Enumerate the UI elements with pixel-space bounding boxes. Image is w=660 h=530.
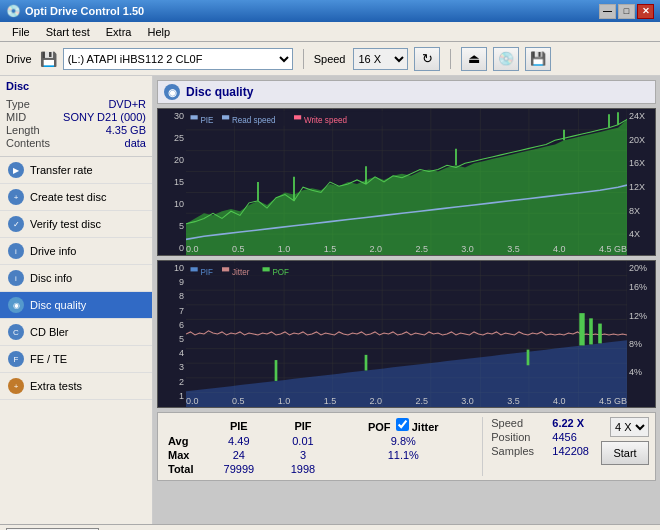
eject-button[interactable]: ⏏ [461, 47, 487, 71]
top-chart: 302520151050 24X20X16X12X8X4X [157, 108, 656, 256]
row-max-jitter: 11.1% [332, 448, 474, 462]
drive-label: Drive [6, 53, 32, 65]
extra-tests-icon: + [8, 378, 24, 394]
sidebar-item-label-verify: Verify test disc [30, 218, 101, 230]
svg-marker-15 [186, 119, 627, 255]
drive-select[interactable]: (L:) ATAPI iHBS112 2 CL0F [63, 48, 293, 70]
start-button[interactable]: Start [601, 441, 649, 465]
svg-rect-28 [294, 115, 301, 119]
disc-length-value: 4.35 GB [106, 124, 146, 136]
top-chart-y-right: 24X20X16X12X8X4X [627, 109, 655, 255]
jitter-checkbox[interactable] [396, 418, 409, 431]
bottom-chart-y-right: 20%16%12%8%4% [627, 261, 655, 407]
right-stat-cols: Speed 6.22 X Position 4456 Samples 14220… [491, 417, 589, 457]
menu-help[interactable]: Help [139, 24, 178, 40]
samples-row: Samples 142208 [491, 445, 589, 457]
svg-text:Jitter: Jitter [232, 266, 250, 277]
speed-row: Speed 6.22 X [491, 417, 589, 429]
row-total-pie: 79999 [204, 462, 274, 476]
window-controls: — □ ✕ [599, 4, 654, 19]
disc-info-icon: i [8, 270, 24, 286]
stats-row-max: Max 24 3 11.1% [164, 448, 474, 462]
svg-rect-60 [263, 267, 270, 271]
menubar: File Start test Extra Help [0, 22, 660, 42]
svg-text:POF: POF [272, 266, 289, 277]
svg-text:PIE: PIE [200, 114, 213, 125]
sidebar-item-disc-info[interactable]: i Disc info [0, 265, 152, 292]
stats-row-total: Total 79999 1998 [164, 462, 474, 476]
disc-mid-value: SONY D21 (000) [63, 111, 146, 123]
disc-mid-row: MID SONY D21 (000) [6, 111, 146, 123]
speed-select[interactable]: 16 X [353, 48, 408, 70]
toolbar-separator-2 [450, 49, 451, 69]
sidebar: Disc Type DVD+R MID SONY D21 (000) Lengt… [0, 76, 153, 524]
row-total-jitter [332, 462, 474, 476]
maximize-button[interactable]: □ [618, 4, 635, 19]
speed-label: Speed [314, 53, 346, 65]
svg-text:PIF: PIF [200, 266, 213, 277]
drive-icon: 💾 [40, 51, 57, 67]
speed-right-label: Speed [491, 417, 546, 429]
menu-extra[interactable]: Extra [98, 24, 140, 40]
sidebar-item-cd-bler[interactable]: C CD Bler [0, 319, 152, 346]
disc-quality-header-icon: ◉ [164, 84, 180, 100]
col-pof: POF Jitter [332, 417, 474, 434]
sidebar-item-create-test-disc[interactable]: + Create test disc [0, 184, 152, 211]
fe-te-icon: F [8, 351, 24, 367]
bottom-chart: 10987654321 20%16%12%8%4% [157, 260, 656, 408]
position-value: 4456 [552, 431, 576, 443]
stats-row-avg: Avg 4.49 0.01 9.8% [164, 434, 474, 448]
row-avg-pie: 4.49 [204, 434, 274, 448]
sidebar-item-disc-quality[interactable]: ◉ Disc quality [0, 292, 152, 319]
disc-info-panel: Type DVD+R MID SONY D21 (000) Length 4.3… [0, 94, 152, 157]
disc-contents-label: Contents [6, 137, 50, 149]
stats-controls: 4 X8 X1 X2 X Start [601, 417, 649, 465]
toolbar: Drive 💾 (L:) ATAPI iHBS112 2 CL0F Speed … [0, 42, 660, 76]
sidebar-item-extra-tests[interactable]: + Extra tests [0, 373, 152, 400]
statusbar: Status window >> Test completed 100.0% 1… [0, 524, 660, 530]
refresh-button[interactable]: ↻ [414, 47, 440, 71]
sidebar-item-transfer-rate[interactable]: ▶ Transfer rate [0, 157, 152, 184]
disc-contents-value: data [125, 137, 146, 149]
col-pif: PIF [274, 417, 333, 434]
sidebar-item-label-transfer: Transfer rate [30, 164, 93, 176]
sidebar-item-drive-info[interactable]: i Drive info [0, 238, 152, 265]
sidebar-item-label-extra-tests: Extra tests [30, 380, 82, 392]
toolbar-separator [303, 49, 304, 69]
minimize-button[interactable]: — [599, 4, 616, 19]
disc-type-value: DVD+R [108, 98, 146, 110]
svg-rect-56 [191, 267, 198, 271]
svg-text:Read speed: Read speed [232, 114, 276, 125]
top-chart-x-labels: 0.00.51.01.52.02.53.03.54.04.5 GB [186, 243, 627, 255]
disc-button[interactable]: 💿 [493, 47, 519, 71]
disc-section-header: Disc [0, 76, 152, 94]
sidebar-item-label-create: Create test disc [30, 191, 106, 203]
menu-starttest[interactable]: Start test [38, 24, 98, 40]
row-max-pif: 3 [274, 448, 333, 462]
sidebar-item-label-cd-bler: CD Bler [30, 326, 69, 338]
save-button[interactable]: 💾 [525, 47, 551, 71]
sidebar-item-label-disc-info: Disc info [30, 272, 72, 284]
stats-panel: PIE PIF POF Jitter Avg [157, 412, 656, 481]
disc-length-row: Length 4.35 GB [6, 124, 146, 136]
transfer-rate-icon: ▶ [8, 162, 24, 178]
stats-divider [482, 417, 483, 476]
position-label: Position [491, 431, 546, 443]
col-pie: PIE [204, 417, 274, 434]
disc-type-label: Type [6, 98, 30, 110]
row-total-pif: 1998 [274, 462, 333, 476]
top-chart-svg: PIE Read speed Write speed [186, 109, 627, 255]
disc-mid-label: MID [6, 111, 26, 123]
svg-rect-26 [222, 115, 229, 119]
sidebar-item-fe-te[interactable]: F FE / TE [0, 346, 152, 373]
sidebar-item-label-disc-quality: Disc quality [30, 299, 86, 311]
test-speed-select[interactable]: 4 X8 X1 X2 X [610, 417, 649, 437]
create-test-disc-icon: + [8, 189, 24, 205]
col-jitter-label: Jitter [412, 421, 439, 433]
svg-text:Write speed: Write speed [304, 114, 347, 125]
disc-type-row: Type DVD+R [6, 98, 146, 110]
sidebar-item-verify-test-disc[interactable]: ✓ Verify test disc [0, 211, 152, 238]
close-button[interactable]: ✕ [637, 4, 654, 19]
menu-file[interactable]: File [4, 24, 38, 40]
stats-table: PIE PIF POF Jitter Avg [164, 417, 474, 476]
